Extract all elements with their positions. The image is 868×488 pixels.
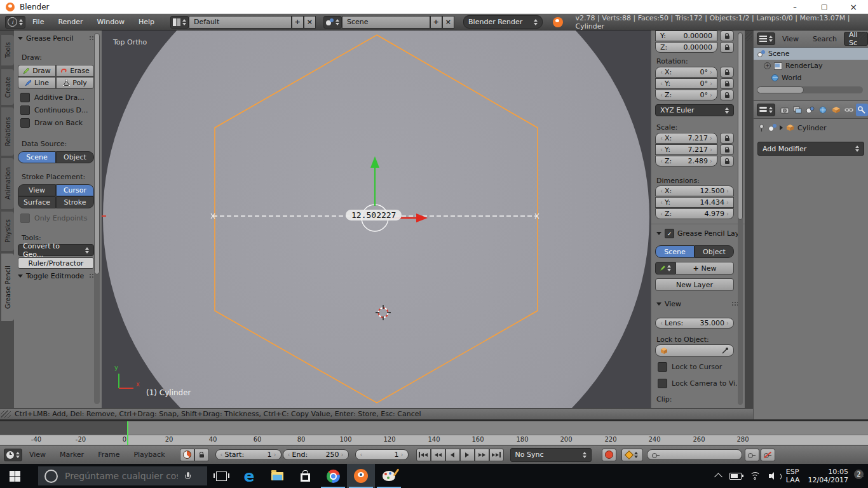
tab-animation[interactable]: Animation [1, 158, 14, 209]
render-engine-dropdown[interactable]: Blender Render [463, 15, 543, 29]
timeline-frame-scale[interactable]: -40 -20 0 20 40 60 80 100 120 140 160 18… [0, 435, 868, 445]
stroke-stroke-button[interactable]: Stroke [56, 196, 94, 208]
clock-indicator[interactable]: 10:05 12/04/2017 [808, 468, 848, 484]
add-scene-button[interactable]: + [430, 16, 442, 29]
editor-type-selector-outliner[interactable] [757, 32, 775, 45]
editor-type-selector-properties[interactable] [757, 104, 775, 116]
area-corner-grip[interactable] [1, 410, 11, 418]
tab-relations[interactable]: Relations [1, 107, 14, 156]
play-reverse-button[interactable] [445, 449, 460, 461]
ruler-protractor-button[interactable]: Ruler/Protractor [18, 257, 94, 269]
add-layout-button[interactable]: + [292, 16, 304, 29]
scale-x-field[interactable]: ‹X:7.217› [655, 133, 717, 144]
lock-rotation-z-button[interactable] [720, 90, 734, 100]
taskbar-store[interactable] [291, 464, 319, 488]
lock-scale-y-button[interactable] [720, 144, 734, 155]
insert-keyframe-button[interactable] [745, 449, 759, 461]
tray-expand-chevron-icon[interactable] [714, 473, 722, 481]
menu-file[interactable]: File [25, 18, 51, 26]
frame-end-field[interactable]: ‹ End: 250 › [283, 449, 349, 460]
lock-scale-x-button[interactable] [720, 133, 734, 144]
additive-drawing-checkbox[interactable]: Additive Dra... [20, 93, 85, 102]
play-button[interactable] [460, 449, 475, 461]
menu-help[interactable]: Help [132, 18, 161, 26]
lock-camera-checkbox[interactable]: Lock Camera to Vi... [658, 379, 742, 388]
jump-to-start-button[interactable] [416, 449, 431, 461]
keying-set-type-dropdown[interactable] [621, 449, 643, 461]
tab-object-icon[interactable] [830, 104, 842, 116]
outliner-hscrollbar-thumb[interactable] [757, 86, 804, 93]
scale-y-field[interactable]: ‹Y:7.217› [655, 144, 717, 155]
stroke-surface-button[interactable]: Surface [18, 196, 56, 208]
taskbar-file-explorer[interactable] [263, 464, 291, 488]
editor-type-selector-info[interactable]: i [5, 16, 25, 29]
taskbar-blender[interactable] [347, 464, 375, 488]
breadcrumb-object-name[interactable]: Cylinder [797, 124, 827, 132]
search-input[interactable] [64, 470, 179, 482]
scale-z-field[interactable]: ‹Z:2.489› [655, 156, 717, 166]
tab-create[interactable]: Create [1, 69, 14, 105]
toolshelf-scrollbar-thumb[interactable] [94, 33, 100, 274]
gp-source-scene-button[interactable]: Scene [655, 245, 695, 258]
time-display-toggle[interactable] [180, 449, 194, 461]
draw-button[interactable]: Draw [18, 65, 56, 77]
tab-world-icon[interactable] [817, 104, 829, 116]
sync-mode-dropdown[interactable]: No Sync [510, 448, 592, 462]
outliner-hscrollbar[interactable] [757, 86, 863, 93]
convert-to-geometry-dropdown[interactable]: Convert to Geo... [18, 244, 94, 256]
timeline-track[interactable] [0, 421, 868, 435]
poly-button[interactable]: Poly [56, 77, 94, 89]
data-source-object-button[interactable]: Object [56, 151, 94, 163]
area-corner-grip[interactable] [745, 32, 752, 41]
toggle-editmode-panel-header[interactable]: Toggle Editmode [18, 272, 98, 280]
taskbar-edge[interactable]: e [235, 464, 263, 488]
timeline-menu-view[interactable]: View [22, 451, 53, 459]
task-view-button[interactable] [207, 464, 235, 488]
dimension-z-field[interactable]: ‹Z:4.979› [655, 208, 734, 219]
stroke-view-button[interactable]: View [18, 184, 56, 196]
outliner-menu-search[interactable]: Search [806, 35, 844, 43]
draw-on-back-checkbox[interactable]: Draw on Back [20, 118, 83, 128]
lens-field[interactable]: ‹ Lens: 35.000 › [655, 318, 734, 329]
gp-layers-checkbox[interactable]: ✓ [665, 229, 674, 238]
cortana-search-box[interactable] [38, 466, 207, 485]
menu-window[interactable]: Window [90, 18, 132, 26]
toolshelf-scrollbar[interactable] [94, 33, 100, 404]
viewport-3d[interactable]: Top Ortho 12.502227 y x (1) Cylinder [102, 30, 651, 408]
delete-scene-button[interactable]: × [442, 16, 454, 29]
breadcrumb-object-icon[interactable] [786, 124, 794, 132]
dimension-y-field[interactable]: ‹Y:14.434› [655, 197, 734, 208]
previous-keyframe-button[interactable] [431, 449, 445, 461]
taskbar-chrome[interactable] [319, 464, 347, 488]
data-source-scene-button[interactable]: Scene [18, 151, 56, 163]
outliner-item-scene[interactable]: Scene [754, 48, 868, 60]
outliner-item-renderlayers[interactable]: + RenderLay [754, 60, 868, 72]
rotation-z-field[interactable]: ‹Z:0°› [655, 90, 717, 100]
record-button[interactable] [602, 449, 616, 461]
location-z-field[interactable]: Z:0.00000 [655, 42, 717, 53]
lock-scale-z-button[interactable] [720, 156, 734, 166]
next-keyframe-button[interactable] [475, 449, 489, 461]
new-layer-button[interactable]: New Layer [655, 278, 734, 291]
close-button[interactable]: × [839, 0, 868, 14]
taskbar-paint[interactable] [375, 464, 403, 488]
add-modifier-dropdown[interactable]: Add Modifier [757, 142, 864, 156]
jump-to-end-button[interactable] [489, 449, 504, 461]
language-indicator[interactable]: ESP LAA [786, 468, 800, 484]
area-separator[interactable] [745, 30, 753, 408]
rotation-mode-dropdown[interactable]: XYZ Euler [655, 104, 734, 116]
erase-button[interactable]: Erase [56, 65, 94, 77]
line-button[interactable]: Line [18, 77, 56, 89]
location-y-field[interactable]: Y:0.00000 [655, 30, 717, 41]
gp-brush-dropdown[interactable] [655, 262, 675, 274]
battery-icon[interactable] [729, 473, 742, 480]
tab-grease-pencil[interactable]: Grease Pencil [1, 254, 14, 321]
scene-selector-icon-button[interactable] [323, 16, 342, 29]
tab-render-layers-icon[interactable] [791, 104, 803, 116]
lock-location-y-button[interactable] [720, 30, 734, 41]
current-frame-field[interactable]: ‹ 1 › [355, 449, 409, 460]
delete-keyframe-button[interactable] [761, 449, 775, 461]
grease-pencil-layers-panel-header[interactable]: ✓ Grease Pencil Lay [656, 229, 740, 238]
timeline-menu-marker[interactable]: Marker [53, 451, 91, 459]
outliner-item-world[interactable]: World [754, 72, 868, 84]
